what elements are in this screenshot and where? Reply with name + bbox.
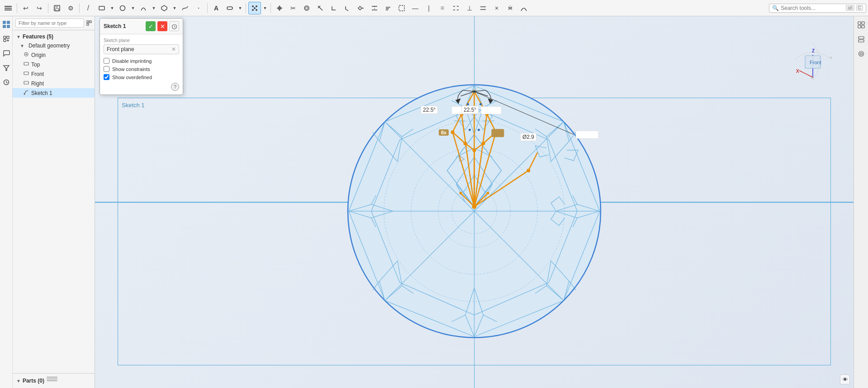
sidebar-icon-strip bbox=[0, 16, 13, 388]
sketch-timer-button[interactable] bbox=[169, 21, 179, 31]
polygon-dropdown[interactable]: ▼ bbox=[171, 2, 178, 14]
tree-item-top[interactable]: Top bbox=[13, 60, 95, 69]
tree-item-origin[interactable]: Origin bbox=[13, 50, 95, 60]
svg-line-62 bbox=[385, 211, 474, 301]
polygon-tool[interactable] bbox=[158, 2, 171, 14]
slot-tool[interactable] bbox=[223, 2, 236, 14]
crosshair-vertical bbox=[474, 16, 475, 388]
svg-line-80 bbox=[371, 218, 376, 227]
sketch-cancel-button[interactable]: ✕ bbox=[157, 21, 167, 31]
features-header[interactable]: ▼ Features (5) bbox=[13, 32, 95, 41]
sidebar-filter-icon[interactable] bbox=[1, 62, 12, 73]
right-panel-btn-1[interactable] bbox=[855, 19, 867, 31]
svg-rect-138 bbox=[576, 131, 598, 138]
search-box[interactable]: 🔍 alt C bbox=[769, 4, 866, 13]
svg-rect-34 bbox=[3, 25, 6, 28]
dimension-tool[interactable] bbox=[368, 2, 381, 14]
settings-button[interactable]: ⚙ bbox=[64, 2, 77, 14]
reference-tool[interactable] bbox=[395, 2, 408, 14]
redo-button[interactable]: ↪ bbox=[33, 2, 46, 14]
sketch-ok-button[interactable]: ✓ bbox=[146, 21, 156, 31]
offset-tool[interactable] bbox=[300, 2, 313, 14]
svg-line-142 bbox=[799, 71, 813, 77]
tree-item-front[interactable]: Front bbox=[13, 69, 95, 79]
sketch1-label: Sketch 1 bbox=[31, 90, 52, 96]
rectangle-dropdown[interactable]: ▼ bbox=[109, 2, 115, 14]
show-constraints-checkbox[interactable] bbox=[104, 66, 109, 72]
constraint-tool[interactable] bbox=[355, 2, 367, 14]
sidebar-features-icon[interactable] bbox=[1, 33, 12, 44]
slot-dropdown[interactable]: ▼ bbox=[237, 2, 243, 14]
svg-line-105 bbox=[453, 132, 465, 143]
right-panel-btn-3[interactable] bbox=[855, 48, 867, 60]
tree-item-default-geometry[interactable]: ▼ Default geometry bbox=[13, 41, 95, 50]
align-tool[interactable] bbox=[450, 2, 462, 14]
equal-tool[interactable]: = bbox=[436, 2, 449, 14]
dialog-help-btn[interactable]: ? bbox=[171, 83, 179, 91]
svg-line-133 bbox=[461, 91, 474, 96]
sketch-plane-input[interactable]: Front plane ✕ bbox=[104, 44, 179, 54]
svg-line-72 bbox=[573, 218, 577, 227]
pattern-dropdown[interactable]: ▼ bbox=[262, 2, 268, 14]
symmetric-tool[interactable] bbox=[504, 2, 517, 14]
list-view-btn[interactable] bbox=[45, 375, 59, 383]
rectangle-tool[interactable] bbox=[95, 2, 108, 14]
circle-tool[interactable] bbox=[116, 2, 129, 14]
sketch-plane-clear-btn[interactable]: ✕ bbox=[171, 46, 176, 52]
view-toggle-btn[interactable]: 👁 bbox=[840, 374, 850, 384]
menu-button[interactable] bbox=[2, 2, 14, 14]
svg-line-107 bbox=[465, 143, 474, 150]
measure-tool[interactable] bbox=[314, 2, 327, 14]
right-label: Right bbox=[31, 80, 44, 87]
svg-marker-85 bbox=[463, 175, 486, 207]
snap-tool[interactable] bbox=[273, 2, 286, 14]
tree-item-sketch1[interactable]: Sketch 1 bbox=[13, 88, 95, 98]
arc-dropdown[interactable]: ▼ bbox=[151, 2, 157, 14]
tree-item-right[interactable]: Right bbox=[13, 79, 95, 88]
note-tool[interactable] bbox=[382, 2, 394, 14]
coincident-tool[interactable]: × bbox=[490, 2, 503, 14]
svg-rect-9 bbox=[227, 7, 232, 9]
pattern-tool[interactable] bbox=[248, 2, 261, 14]
circle-dropdown[interactable]: ▼ bbox=[130, 2, 136, 14]
arc-tool[interactable] bbox=[137, 2, 150, 14]
search-input[interactable] bbox=[781, 5, 844, 11]
svg-rect-0 bbox=[5, 6, 12, 7]
text-tool[interactable]: A bbox=[210, 2, 223, 14]
point-tool[interactable]: · bbox=[192, 2, 205, 14]
sidebar-timer-btn[interactable] bbox=[94, 18, 95, 28]
svg-line-79 bbox=[371, 195, 376, 204]
feature-tree: ▼ Features (5) ▼ Default geometry Origin bbox=[13, 30, 95, 373]
arc2-tool[interactable] bbox=[517, 2, 530, 14]
fillet-tool[interactable] bbox=[327, 2, 340, 14]
trim-tool[interactable]: ✂ bbox=[287, 2, 299, 14]
svg-line-98 bbox=[453, 132, 474, 207]
sidebar-app-icon[interactable] bbox=[1, 19, 12, 30]
show-overdefined-checkbox[interactable] bbox=[104, 74, 109, 80]
dimension-right-angle: 22.5° bbox=[461, 106, 479, 114]
filter-input[interactable] bbox=[15, 19, 84, 28]
disable-imprinting-checkbox[interactable] bbox=[104, 58, 109, 64]
perpendicular-tool[interactable]: ⊥ bbox=[463, 2, 476, 14]
svg-point-156 bbox=[859, 52, 863, 57]
right-panel-btn-2[interactable] bbox=[855, 33, 867, 45]
viewport[interactable]: Front Sketch 1 bbox=[95, 16, 854, 388]
line-dash-tool[interactable]: — bbox=[409, 2, 422, 14]
undo-button[interactable]: ↩ bbox=[19, 2, 32, 14]
front-plane-icon bbox=[24, 71, 29, 77]
parallel-tool[interactable] bbox=[477, 2, 489, 14]
sidebar-history-icon[interactable] bbox=[1, 77, 12, 88]
save-button[interactable] bbox=[51, 2, 63, 14]
orientation-widget[interactable]: Z X Front bbox=[792, 41, 833, 82]
svg-rect-150 bbox=[858, 22, 861, 24]
svg-rect-152 bbox=[858, 25, 861, 28]
svg-point-52 bbox=[348, 85, 601, 337]
sidebar-comments-icon[interactable] bbox=[1, 48, 12, 59]
chamfer-tool[interactable] bbox=[341, 2, 354, 14]
crosshair-horizontal bbox=[95, 202, 854, 203]
spline-tool[interactable] bbox=[179, 2, 191, 14]
svg-rect-1 bbox=[5, 8, 12, 9]
sidebar-panel-btn[interactable] bbox=[86, 18, 92, 28]
line-tool[interactable]: / bbox=[82, 2, 95, 14]
vertical-line-tool[interactable]: | bbox=[422, 2, 435, 14]
